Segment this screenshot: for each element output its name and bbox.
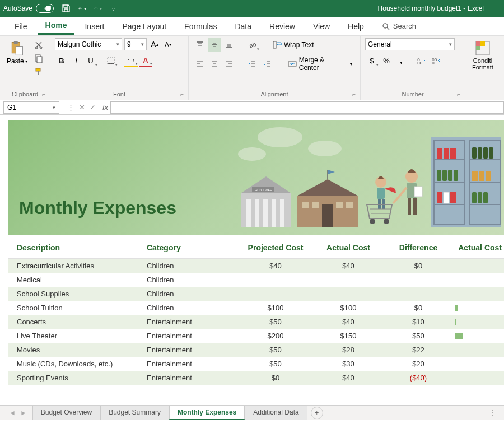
border-button[interactable]: ▾ bbox=[104, 54, 118, 67]
cell-projected[interactable]: $0 bbox=[236, 374, 315, 382]
cell-projected[interactable]: $50 bbox=[236, 318, 315, 326]
cell-databar[interactable] bbox=[455, 290, 504, 298]
align-bottom-icon[interactable] bbox=[222, 38, 236, 52]
align-center-icon[interactable] bbox=[208, 57, 221, 71]
col-actual-cost-chart[interactable]: Actual Cost bbox=[455, 243, 504, 252]
copy-icon[interactable] bbox=[34, 54, 44, 64]
underline-button[interactable]: U▾ bbox=[84, 54, 97, 67]
font-launcher-icon[interactable]: ⌐ bbox=[180, 91, 184, 97]
tab-formulas[interactable]: Formulas bbox=[176, 18, 225, 34]
cell-databar[interactable] bbox=[455, 276, 504, 284]
cell-description[interactable]: School Supplies bbox=[17, 290, 147, 298]
cell-description[interactable]: Live Theater bbox=[17, 332, 147, 340]
clipboard-launcher-icon[interactable]: ⌐ bbox=[42, 91, 45, 97]
cell-databar[interactable] bbox=[455, 262, 504, 270]
cell-difference[interactable]: $20 bbox=[382, 360, 455, 368]
cell-difference[interactable]: $50 bbox=[382, 332, 455, 340]
tab-page-layout[interactable]: Page Layout bbox=[114, 18, 174, 34]
cell-databar[interactable] bbox=[455, 346, 504, 354]
enter-formula-icon[interactable]: ✓ bbox=[90, 103, 96, 111]
orientation-icon[interactable]: ab▾ bbox=[246, 38, 259, 52]
font-name-combo[interactable]: Malgun Gothic▾ bbox=[55, 38, 122, 50]
comma-button[interactable]: , bbox=[394, 54, 408, 67]
increase-decimal-icon[interactable]: .0.00 bbox=[414, 54, 428, 67]
cell-category[interactable]: Entertainment bbox=[147, 346, 236, 354]
sheet-area[interactable]: Monthly Expenses CITY HALL bbox=[0, 115, 504, 405]
cell-category[interactable]: Children bbox=[147, 276, 236, 284]
col-actual-cost[interactable]: Actual Cost bbox=[315, 243, 382, 252]
cell-databar[interactable] bbox=[455, 360, 504, 368]
increase-indent-icon[interactable] bbox=[262, 57, 275, 71]
sheet-nav-next-icon[interactable]: ► bbox=[20, 409, 27, 417]
cell-projected[interactable]: $50 bbox=[236, 346, 315, 354]
currency-button[interactable]: $▾ bbox=[365, 54, 379, 67]
table-row[interactable]: School TuitionChildren$100$100$0 bbox=[8, 301, 504, 315]
cell-category[interactable]: Children bbox=[147, 262, 236, 270]
cell-category[interactable]: Entertainment bbox=[147, 374, 236, 382]
cell-databar[interactable] bbox=[455, 332, 504, 340]
cell-difference[interactable]: $10 bbox=[382, 318, 455, 326]
col-category[interactable]: Category bbox=[147, 243, 236, 252]
align-left-icon[interactable] bbox=[193, 57, 207, 71]
table-row[interactable]: ConcertsEntertainment$50$40$10 bbox=[8, 315, 504, 329]
cell-actual[interactable]: $30 bbox=[315, 360, 382, 368]
cell-difference[interactable] bbox=[382, 290, 455, 298]
cell-difference[interactable] bbox=[382, 276, 455, 284]
sheet-tab[interactable]: Budget Summary bbox=[100, 406, 169, 420]
tab-help[interactable]: Help bbox=[340, 18, 372, 34]
name-box[interactable]: G1▾ bbox=[3, 101, 59, 114]
col-description[interactable]: Description bbox=[17, 243, 147, 252]
table-row[interactable]: Extracurricular ActivitiesChildren$40$40… bbox=[8, 259, 504, 273]
tab-review[interactable]: Review bbox=[262, 18, 303, 34]
sheet-nav-prev-icon[interactable]: ◄ bbox=[9, 409, 16, 417]
cancel-formula-icon[interactable]: ✕ bbox=[79, 103, 85, 111]
cell-actual[interactable]: $40 bbox=[315, 318, 382, 326]
cell-description[interactable]: Sporting Events bbox=[17, 374, 147, 382]
italic-button[interactable]: I bbox=[69, 54, 83, 67]
tell-me-search[interactable]: Search bbox=[374, 18, 424, 34]
tab-data[interactable]: Data bbox=[227, 18, 259, 34]
cell-difference[interactable]: $22 bbox=[382, 346, 455, 354]
alignment-launcher-icon[interactable]: ⌐ bbox=[352, 91, 356, 97]
merge-center-button[interactable]: Merge & Center ▾ bbox=[284, 55, 356, 73]
cell-category[interactable]: Children bbox=[147, 290, 236, 298]
cell-projected[interactable]: $40 bbox=[236, 262, 315, 270]
cell-category[interactable]: Entertainment bbox=[147, 318, 236, 326]
cell-projected[interactable] bbox=[236, 290, 315, 298]
decrease-indent-icon[interactable] bbox=[246, 57, 259, 71]
table-row[interactable]: Music (CDs, Downloads, etc.)Entertainmen… bbox=[8, 357, 504, 371]
cell-category[interactable]: Entertainment bbox=[147, 332, 236, 340]
col-difference[interactable]: Difference bbox=[382, 243, 455, 252]
qat-customize-icon[interactable]: ▿ bbox=[109, 4, 118, 13]
cell-actual[interactable]: $40 bbox=[315, 262, 382, 270]
cell-actual[interactable] bbox=[315, 276, 382, 284]
table-row[interactable]: MoviesEntertainment$50$28$22 bbox=[8, 343, 504, 357]
cell-projected[interactable]: $50 bbox=[236, 360, 315, 368]
decrease-font-icon[interactable]: A▾ bbox=[162, 39, 174, 50]
format-painter-icon[interactable] bbox=[34, 67, 44, 77]
formula-bar-options-icon[interactable]: ⋮ bbox=[67, 103, 74, 111]
sheet-tab[interactable]: Additional Data bbox=[245, 406, 307, 420]
align-middle-icon[interactable] bbox=[208, 38, 221, 52]
cell-actual[interactable]: $40 bbox=[315, 374, 382, 382]
sheet-tab[interactable]: Budget Overview bbox=[32, 406, 100, 420]
tab-file[interactable]: File bbox=[7, 18, 35, 34]
wrap-text-button[interactable]: Wrap Text bbox=[269, 40, 318, 50]
cell-description[interactable]: School Tuition bbox=[17, 304, 147, 312]
cell-actual[interactable]: $28 bbox=[315, 346, 382, 354]
align-top-icon[interactable] bbox=[193, 38, 207, 52]
decrease-decimal-icon[interactable]: .00.0 bbox=[429, 54, 442, 67]
cell-projected[interactable] bbox=[236, 276, 315, 284]
tab-home[interactable]: Home bbox=[38, 17, 75, 35]
cell-projected[interactable]: $100 bbox=[236, 304, 315, 312]
cell-actual[interactable] bbox=[315, 290, 382, 298]
toggle-switch[interactable]: Off bbox=[36, 4, 54, 13]
font-color-button[interactable]: A▾ bbox=[139, 54, 152, 67]
cell-difference[interactable]: ($40) bbox=[382, 374, 455, 382]
redo-icon[interactable]: ▾ bbox=[93, 4, 102, 13]
cut-icon[interactable] bbox=[34, 40, 44, 50]
conditional-formatting-button[interactable]: ConditiFormatt bbox=[470, 38, 496, 73]
cell-description[interactable]: Movies bbox=[17, 346, 147, 354]
cell-databar[interactable] bbox=[455, 374, 504, 382]
autosave-toggle[interactable]: AutoSave Off bbox=[3, 4, 54, 13]
